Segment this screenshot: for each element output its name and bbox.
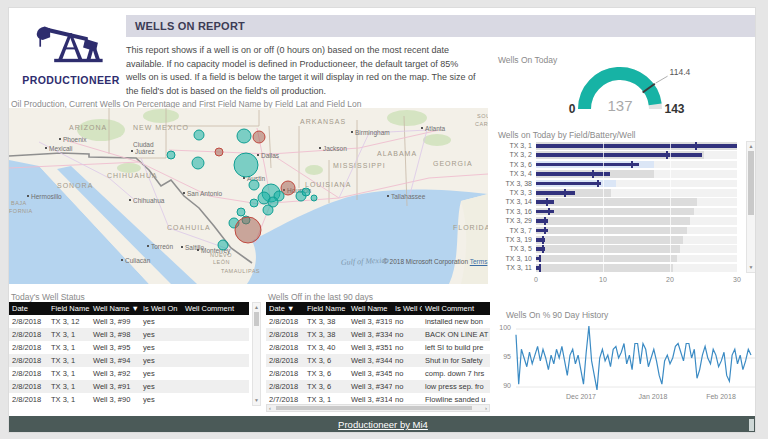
table-row[interactable]: 2/8/2018TX 3, 1Well 3, #90yes <box>9 393 249 406</box>
field-bubble-on[interactable] <box>263 205 273 215</box>
bar-track <box>536 170 737 178</box>
table-row[interactable]: 2/8/2018TX 3, 1Well 3, #95yes <box>9 341 249 354</box>
column-header[interactable]: Field Name <box>304 302 348 315</box>
bar-row[interactable]: TX 3, 7 <box>498 226 756 235</box>
bar-row[interactable]: TX 3, 38 <box>498 179 756 188</box>
field-bubble-on[interactable] <box>192 157 204 169</box>
column-header[interactable]: Date ▼ <box>266 302 304 315</box>
scroll-up-icon[interactable]: ▲ <box>253 304 260 311</box>
scrollbar-thumb[interactable] <box>254 312 259 326</box>
line-y-tick-label: 90 <box>489 382 511 389</box>
table-row[interactable]: 2/8/2018TX 3, 1Well 3, #92yes <box>9 367 249 380</box>
bar-wells-on[interactable] <box>536 153 702 157</box>
today-table-scrollbar[interactable]: ▲ ▼ <box>252 302 261 406</box>
table-row[interactable]: 2/8/2018TX 3, 6Well 3, #347nolow press s… <box>266 380 490 393</box>
bar-wells-on[interactable] <box>536 144 737 148</box>
bar-x-tick-label: 0 <box>526 276 546 283</box>
field-bubble-on[interactable] <box>311 195 317 201</box>
table-row[interactable]: 2/8/2018TX 3, 6Well 3, #345nocomp. down … <box>266 367 490 380</box>
table-row[interactable]: 2/8/2018TX 3, 38Well 3, #319noinstalled … <box>266 315 490 328</box>
table-row[interactable]: 2/8/2018TX 3, 38Well 3, #334noBACK ON LI… <box>266 328 490 341</box>
map-region-label: ARIZONA <box>69 124 107 131</box>
scroll-right-icon[interactable]: › <box>485 405 487 412</box>
bar-wells-on[interactable] <box>536 172 610 176</box>
bar-row[interactable]: TX 3, 11 <box>498 263 756 272</box>
bar-row[interactable]: TX 3, 4 <box>498 169 756 178</box>
field-bubble-on[interactable] <box>237 129 251 143</box>
bar-wells-on[interactable] <box>536 163 639 167</box>
table-row[interactable]: 2/8/2018TX 3, 6Well 3, #344noShut in for… <box>266 354 490 367</box>
table-row[interactable]: 2/8/2018TX 3, 12Well 3, #99yes <box>9 315 249 328</box>
scroll-down-icon[interactable]: ▼ <box>747 264 755 271</box>
map-region-label: GEORGIA <box>433 160 473 167</box>
table-cell: 2/8/2018 <box>9 393 48 406</box>
column-header[interactable]: Is Well On <box>392 302 422 315</box>
bar-row[interactable]: TX 3, 19 <box>498 235 756 244</box>
table-row[interactable]: 2/8/2018TX 3, 1Well 3, #98yes <box>9 328 249 341</box>
scroll-up-icon[interactable]: ▲ <box>747 143 755 150</box>
column-header[interactable]: Well Name ▼ <box>90 302 140 315</box>
table-cell: Well 3, #319 <box>348 315 392 328</box>
bar-category-label: TX 3, 6 <box>498 161 532 168</box>
wells-on-history-line-chart <box>514 320 756 392</box>
productioneer-footer-link[interactable]: Productioneer by Mi4 <box>9 416 756 433</box>
bar-wells-on[interactable] <box>536 219 548 223</box>
bar-wells-on[interactable] <box>536 210 554 214</box>
bar-row[interactable]: TX 3, 16 <box>498 207 756 216</box>
field-bubble-on[interactable] <box>250 199 258 207</box>
column-header[interactable]: Well Name <box>348 302 392 315</box>
scrollbar-thumb[interactable] <box>748 151 754 215</box>
bar-row[interactable]: TX 3, 29 <box>498 216 756 225</box>
scrollbar-thumb[interactable] <box>276 406 472 410</box>
field-bubble-off[interactable] <box>253 131 265 143</box>
map-region-label: COAHUILA <box>167 224 211 231</box>
bar-total-background <box>536 236 683 244</box>
bar-chart-scrollbar[interactable]: ▲ ▼ <box>746 141 756 273</box>
bar-wells-on[interactable] <box>536 191 575 195</box>
map-city-dot <box>387 195 389 197</box>
table-row[interactable]: 2/8/2018TX 3, 1Well 3, #91yes <box>9 380 249 393</box>
bar-row[interactable]: TX 3, 14 <box>498 197 756 206</box>
field-bubble-on[interactable] <box>234 153 258 177</box>
column-header[interactable]: Field Name <box>48 302 90 315</box>
scroll-left-icon[interactable]: ‹ <box>269 405 271 412</box>
field-bubble-on[interactable] <box>302 188 310 196</box>
scroll-down-icon[interactable]: ▼ <box>253 397 260 404</box>
bar-row[interactable]: TX 3, 6 <box>498 160 756 169</box>
table-cell: Well 3, #344 <box>348 354 392 367</box>
bar-marker <box>592 170 594 178</box>
bar-category-label: TX 3, 38 <box>498 180 532 187</box>
bar-x-tick-label: 30 <box>727 276 747 283</box>
footer-scroll-indicator[interactable] <box>749 419 754 431</box>
bar-marker <box>544 217 546 225</box>
bar-row[interactable]: TX 3, 5 <box>498 244 756 253</box>
gauge-max-label: 143 <box>665 102 685 116</box>
field-bubble-off[interactable] <box>235 217 261 243</box>
column-header[interactable]: Date <box>9 302 48 315</box>
table-cell <box>182 393 249 406</box>
field-bubble-on[interactable] <box>218 240 228 250</box>
bar-wells-on[interactable] <box>536 182 601 186</box>
bar-row[interactable]: TX 3, 10 <box>498 254 756 263</box>
field-bubble-on[interactable] <box>194 130 204 140</box>
field-bubble-off[interactable] <box>215 148 223 156</box>
map-terms-link[interactable]: Terms <box>470 258 488 265</box>
wells-by-field-bar-chart: TX 3, 1TX 3, 2TX 3, 6TX 3, 4TX 3, 38TX 3… <box>498 141 756 291</box>
field-bubble-on[interactable] <box>237 208 245 216</box>
bar-wells-on[interactable] <box>536 200 554 204</box>
column-header[interactable]: Well Comment <box>182 302 249 315</box>
wells-off-table-hscrollbar[interactable]: ‹ › <box>266 404 490 412</box>
table-row[interactable]: 2/8/2018TX 3, 40Well 3, #351noleft SI to… <box>266 341 490 354</box>
bar-category-label: TX 3, 29 <box>498 217 532 224</box>
bar-row[interactable]: TX 3, 2 <box>498 150 756 159</box>
bar-category-label: TX 3, 14 <box>498 198 532 205</box>
field-bubble-on[interactable] <box>249 180 259 190</box>
table-row[interactable]: 2/8/2018TX 3, 1Well 3, #94yes <box>9 354 249 367</box>
bing-map[interactable]: ARIZONANEW MEXICOSONORACHIHUAHUACOAHUILA… <box>9 108 488 284</box>
bar-marker <box>539 264 541 272</box>
bar-row[interactable]: TX 3, 3 <box>498 188 756 197</box>
column-header[interactable]: Well Comment <box>422 302 490 315</box>
bar-row[interactable]: TX 3, 1 <box>498 141 756 150</box>
column-header[interactable]: Is Well On <box>140 302 182 315</box>
field-bubble-on[interactable] <box>167 151 175 159</box>
